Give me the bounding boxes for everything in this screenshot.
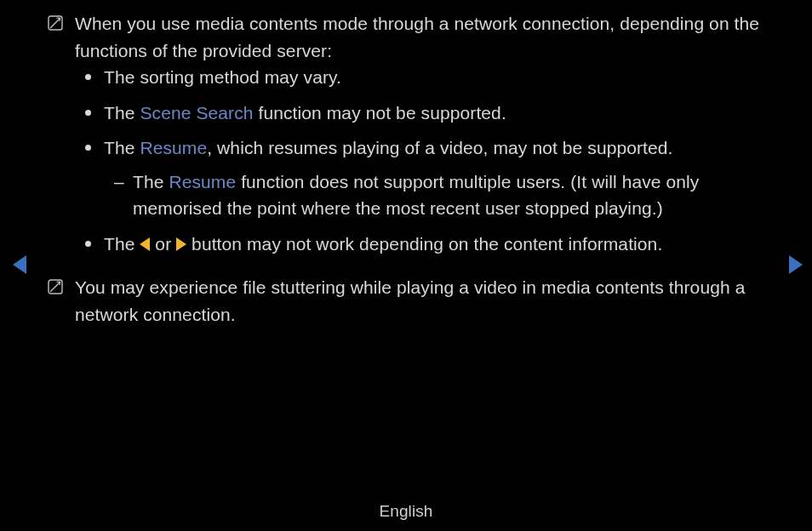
prev-page-button[interactable] <box>13 255 26 274</box>
arrow-right-icon <box>176 237 186 251</box>
svg-line-1 <box>50 18 60 28</box>
note-intro: You may experience file stuttering while… <box>75 274 771 328</box>
sub-list: The Resume function does not support mul… <box>104 168 771 222</box>
note-block: When you use media contents mode through… <box>48 10 771 266</box>
list-item: The sorting method may vary. <box>104 64 771 91</box>
note-icon <box>48 15 63 31</box>
footer-language: English <box>0 500 812 524</box>
list-item: The or button may not work depending on … <box>104 231 771 258</box>
note-icon <box>48 279 63 294</box>
list-item: The Resume, which resumes playing of a v… <box>104 134 771 222</box>
next-page-button[interactable] <box>789 255 803 274</box>
arrow-left-icon <box>140 237 150 251</box>
bullet-list: The sorting method may vary. The Scene S… <box>75 64 771 257</box>
note-intro: When you use media contents mode through… <box>75 10 771 64</box>
svg-line-3 <box>50 282 60 292</box>
list-item: The Scene Search function may not be sup… <box>104 100 771 127</box>
sub-list-item: The Resume function does not support mul… <box>133 168 771 222</box>
page-content: When you use media contents mode through… <box>48 10 771 488</box>
note-block: You may experience file stuttering while… <box>48 274 771 328</box>
